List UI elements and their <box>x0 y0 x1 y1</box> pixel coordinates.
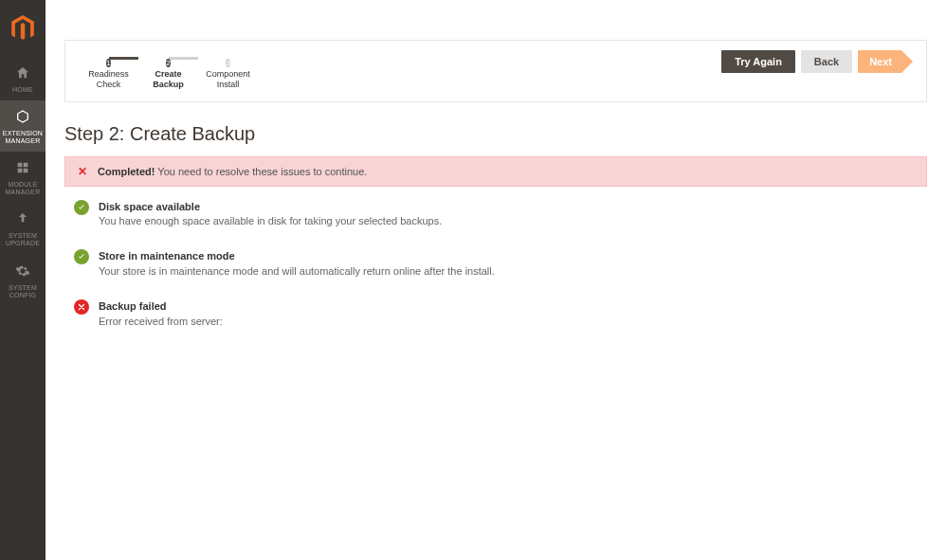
module-icon <box>2 160 44 177</box>
check-title: Backup failed <box>99 299 223 314</box>
step-label-line: Backup <box>153 80 184 89</box>
sidebar: HOME EXTENSION MANAGER MODULE MANAGER SY… <box>0 0 45 560</box>
check-desc: You have enough space available in disk … <box>99 215 442 226</box>
check-title: Store in maintenance mode <box>99 249 495 263</box>
sidebar-item-system-upgrade[interactable]: SYSTEM UPGRADE <box>0 203 45 254</box>
checks-list: Disk space available You have enough spa… <box>64 187 927 329</box>
home-icon <box>2 65 44 82</box>
sidebar-item-system-config[interactable]: SYSTEM CONFIG <box>0 255 45 306</box>
step-number: 2 <box>166 59 170 67</box>
stepper: 1 Readiness Check 2 Create Backup 3 Comp… <box>79 50 258 90</box>
check-ok-icon <box>74 249 89 264</box>
step-label-line: Readiness <box>88 69 129 79</box>
check-desc: Your store is in maintenance mode and wi… <box>99 265 495 277</box>
sidebar-item-label: HOME <box>2 86 44 94</box>
magento-logo <box>8 13 38 44</box>
magento-logo-icon <box>11 15 34 42</box>
sidebar-item-module-manager[interactable]: MODULE MANAGER <box>0 152 45 203</box>
sidebar-item-home[interactable]: HOME <box>0 57 45 100</box>
check-disk-space: Disk space available You have enough spa… <box>74 200 927 229</box>
gear-icon <box>2 263 44 280</box>
check-ok-icon <box>74 200 89 215</box>
try-again-button[interactable]: Try Again <box>721 50 795 73</box>
check-title: Disk space available <box>99 200 442 214</box>
sidebar-item-label: EXTENSION MANAGER <box>2 130 44 145</box>
sidebar-item-label: MODULE MANAGER <box>2 181 44 196</box>
sidebar-item-label: SYSTEM CONFIG <box>2 284 44 299</box>
check-fail-icon <box>74 299 89 315</box>
close-icon: ✕ <box>77 166 88 177</box>
back-button[interactable]: Back <box>801 50 852 73</box>
stepper-card: 1 Readiness Check 2 Create Backup 3 Comp… <box>64 40 927 102</box>
step-label-line: Component <box>206 69 250 79</box>
page-title: Step 2: Create Backup <box>64 123 927 145</box>
check-maintenance-mode: Store in maintenance mode Your store is … <box>74 249 927 279</box>
step-label-line: Check <box>97 80 121 89</box>
step-label-line: Install <box>217 80 240 89</box>
step-label-line: Create <box>155 69 181 79</box>
upgrade-icon <box>2 211 44 228</box>
check-desc: Error received from server: <box>99 316 223 327</box>
sidebar-item-extension-manager[interactable]: EXTENSION MANAGER <box>0 100 45 152</box>
step-number: 1 <box>106 59 110 67</box>
step-number: 3 <box>226 59 229 67</box>
step-component-install[interactable]: 3 Component Install <box>198 52 258 90</box>
alert-strong: Completed! <box>98 166 155 177</box>
check-backup-failed: Backup failed Error received from server… <box>74 299 927 329</box>
alert-error: ✕ Completed! You need to resolve these i… <box>64 156 927 187</box>
package-icon <box>2 109 44 126</box>
next-button[interactable]: Next <box>858 50 901 73</box>
action-buttons: Try Again Back Next <box>721 50 913 73</box>
alert-text: You need to resolve these issues to cont… <box>155 166 368 177</box>
sidebar-item-label: SYSTEM UPGRADE <box>2 232 44 247</box>
main-content: 1 Readiness Check 2 Create Backup 3 Comp… <box>45 0 946 560</box>
